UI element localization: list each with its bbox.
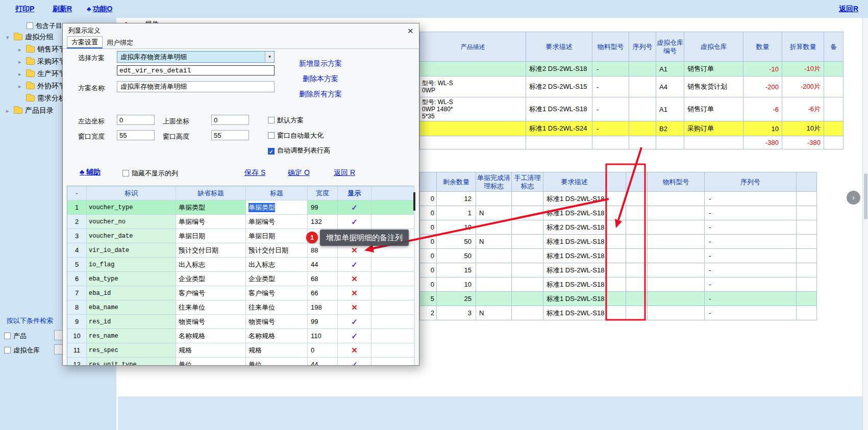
tab-user-binding[interactable]: 用户绑定	[103, 37, 137, 48]
cell-title[interactable]: 客户编号	[246, 286, 308, 300]
expander-icon[interactable]: ▸	[18, 83, 26, 90]
table-row[interactable]: 型号: WL-S 0WP 标准2 DS-2WL-S15 - A4 销售发货计划 …	[420, 77, 844, 97]
grid-scrollbar[interactable]	[414, 186, 415, 366]
auto-maximize-checkbox[interactable]	[268, 132, 275, 139]
delete-scheme-link[interactable]: 删除本方案	[303, 74, 338, 84]
delete-all-schemes-link[interactable]: 删除所有方案	[299, 90, 342, 99]
cell-width[interactable]: 44	[308, 258, 338, 272]
hide-columns-checkbox-row[interactable]: 隐藏不显示的列	[122, 169, 178, 178]
expander-icon[interactable]: ▾	[6, 34, 14, 41]
table-row[interactable]: 0 1 N 标准1 DS-2WL-S18 -	[420, 206, 817, 220]
cell-title[interactable]: 单据编号	[246, 215, 308, 229]
back-button[interactable]: 返回R	[839, 5, 858, 14]
cell-title[interactable]: 名称规格	[246, 329, 308, 343]
table-row[interactable]: 标准1 DS-2WL-S24 - B2 采购订单 10 10片	[420, 121, 844, 136]
column-config-row[interactable]: 8 eba_name 往来单位 往来单位 198 ✕	[67, 300, 414, 315]
top-coord-input[interactable]	[211, 115, 249, 125]
expander-icon[interactable]: ▸	[18, 46, 26, 53]
column-config-row[interactable]: 10 res_name 名称规格 名称规格 110 ✓	[67, 329, 414, 343]
cell-title[interactable]: 单据类型	[246, 200, 308, 215]
include-subdir-checkbox[interactable]	[27, 22, 33, 29]
cell-visible-flag[interactable]: ✓	[338, 258, 371, 272]
save-button[interactable]: 保存 S	[244, 168, 265, 178]
column-config-row[interactable]: 12 res_unit_type 单位 单位 44 ✓	[67, 358, 414, 366]
window-height-input[interactable]	[211, 130, 249, 140]
cell-width[interactable]: 68	[308, 272, 338, 286]
table-row[interactable]: 型号: WL-S 0WP 1480* 5*35 标准1 DS-2WL-S18 -…	[420, 97, 844, 121]
cell-visible-flag[interactable]: ✓	[338, 200, 371, 215]
cell-visible-flag[interactable]: ✓	[338, 215, 371, 229]
auto-row-height-checkbox[interactable]: ✓	[268, 148, 275, 155]
default-scheme-checkbox[interactable]	[268, 117, 275, 123]
window-width-input[interactable]	[117, 130, 155, 140]
cell-title[interactable]: 企业类型	[246, 272, 308, 286]
default-scheme-checkbox-row[interactable]: 默认方案	[268, 116, 304, 125]
vertical-scrollbar[interactable]	[862, 18, 868, 430]
cell-visible-flag[interactable]: ✕	[338, 272, 371, 286]
cell-title[interactable]: 物资编号	[246, 315, 308, 329]
cell-width[interactable]: 99	[308, 200, 338, 215]
cell-width[interactable]: 99	[308, 315, 338, 329]
column-config-row[interactable]: 2 voucher_no 单据编号 单据编号 132 ✓	[67, 215, 414, 229]
cell-width[interactable]: 44	[308, 358, 338, 366]
print-button[interactable]: 打印P	[15, 5, 34, 14]
scrollbar-thumb[interactable]	[864, 173, 867, 219]
scheme-code-input[interactable]	[117, 65, 275, 75]
cell-visible-flag[interactable]: ✕	[338, 286, 371, 300]
cell-width[interactable]: 132	[308, 215, 338, 229]
cell-title[interactable]: 单据日期	[246, 229, 308, 243]
help-button[interactable]: ♣ 辅助	[80, 168, 101, 177]
cell-title[interactable]: 出入标志	[246, 258, 308, 272]
function-button[interactable]: ♣功能O	[87, 5, 112, 14]
column-config-row[interactable]: 11 res_spec 规格 规格 0 ✕	[67, 343, 414, 358]
cell-title[interactable]: 预计交付日期	[246, 243, 308, 258]
table-row[interactable]: 0 10 标准2 DS-2WL-S18 -	[420, 220, 817, 235]
cell-title[interactable]: 单位	[246, 358, 308, 366]
cell-visible-flag[interactable]: ✓	[338, 358, 371, 366]
column-config-row[interactable]: 1 voucher_type 单据类型 单据类型 99 ✓	[67, 200, 414, 215]
column-config-row[interactable]: 9 res_id 物资编号 物资编号 99 ✓	[67, 315, 414, 329]
scheme-name-input[interactable]	[117, 81, 275, 92]
product-filter-checkbox[interactable]	[4, 333, 11, 339]
cell-width[interactable]: 0	[308, 343, 338, 358]
table-row[interactable]: 标准2 DS-2WL-S18 - A1 销售订单 -10 -10片	[420, 62, 844, 77]
hide-columns-checkbox[interactable]	[122, 170, 129, 176]
cell-visible-flag[interactable]: ✕	[338, 343, 371, 358]
warehouse-filter-checkbox[interactable]	[4, 347, 11, 353]
auto-row-height-checkbox-row[interactable]: ✓自动调整列表行高	[268, 146, 330, 155]
cell-visible-flag[interactable]: ✕	[338, 300, 371, 315]
left-coord-input[interactable]	[117, 115, 155, 125]
ok-button[interactable]: 确定 O	[288, 168, 310, 178]
cell-visible-flag[interactable]: ✓	[338, 329, 371, 343]
new-scheme-link[interactable]: 新增显示方案	[299, 59, 342, 68]
auto-maximize-checkbox-row[interactable]: 窗口自动最大化	[268, 131, 324, 140]
expander-icon[interactable]: ▸	[18, 71, 26, 78]
cell-title[interactable]: 往来单位	[246, 300, 308, 315]
table-row[interactable]: 0 15 标准1 DS-2WL-S18 -	[420, 263, 817, 277]
close-icon[interactable]: ✕	[407, 27, 414, 36]
table-row[interactable]: 0 12 标准1 DS-2WL-S18 -	[420, 192, 817, 206]
refresh-button[interactable]: 刷新R	[53, 5, 72, 14]
scheme-select[interactable]: 虚拟库存物资清单明细	[117, 51, 275, 63]
tab-scheme-settings[interactable]: 方案设置	[67, 36, 103, 48]
grid-scrollbar-thumb[interactable]	[413, 192, 415, 211]
table-row[interactable]: -380 -380	[420, 136, 844, 149]
cell-title[interactable]: 规格	[246, 343, 308, 358]
expander-icon[interactable]: ▸	[18, 59, 26, 65]
column-config-row[interactable]: 6 eba_type 企业类型 企业类型 68 ✕	[67, 272, 414, 286]
expander-icon[interactable]: ▸	[6, 108, 14, 114]
column-config-row[interactable]: 7 eba_id 客户编号 客户编号 66 ✕	[67, 286, 414, 300]
table-row[interactable]: 2 3 N 标准1 DS-2WL-S18 -	[420, 306, 817, 320]
cell-width[interactable]: 110	[308, 329, 338, 343]
cell-width[interactable]: 198	[308, 300, 338, 315]
scroll-right-button[interactable]: ›	[847, 191, 860, 205]
cell-visible-flag[interactable]: ✓	[338, 315, 371, 329]
table-row[interactable]: 5 25 标准1 DS-2WL-S18 -	[420, 292, 817, 306]
return-button[interactable]: 返回 R	[334, 168, 355, 178]
column-config-row[interactable]: 5 io_flag 出入标志 出入标志 44 ✓	[67, 258, 414, 272]
table-row[interactable]: 0 50 N 标准1 DS-2WL-S18 -	[420, 235, 817, 249]
chevron-down-icon[interactable]: ▼	[265, 52, 274, 62]
cell-width[interactable]: 66	[308, 286, 338, 300]
table-row[interactable]: 0 50 标准1 DS-2WL-S18 -	[420, 249, 817, 263]
table-row[interactable]: 0 10 标准1 DS-2WL-S18 -	[420, 277, 817, 292]
